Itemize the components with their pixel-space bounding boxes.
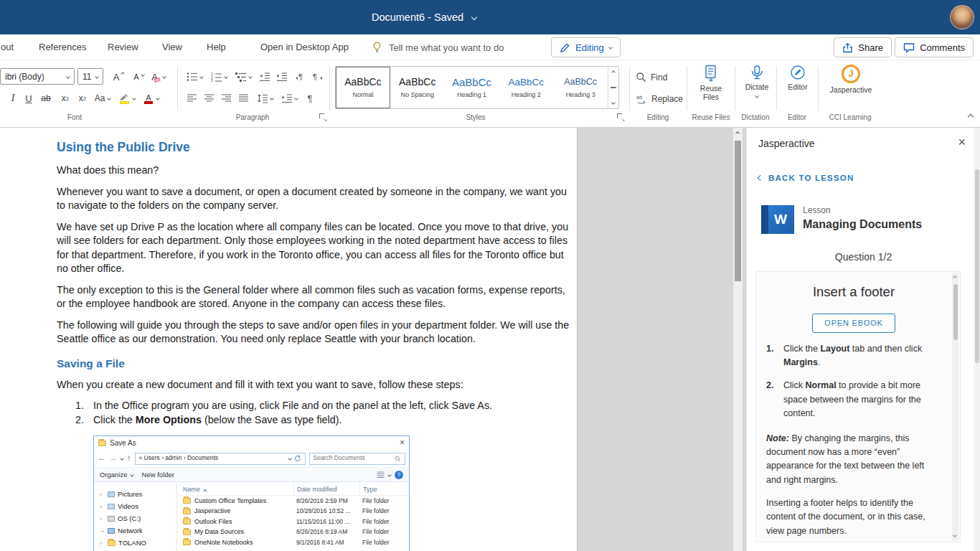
panel-scrollbar[interactable] (974, 128, 980, 551)
superscript-button[interactable]: x2 (75, 90, 90, 107)
back-to-lesson-link[interactable]: BACK TO LESSON (758, 174, 854, 182)
card-scrollbar[interactable] (952, 273, 958, 540)
tree-item: ›OS (C:) (94, 512, 176, 524)
clear-formatting-button[interactable]: A (148, 68, 169, 85)
underline-button[interactable]: U (22, 90, 36, 107)
file-list: Name Date modified Type Custom Office Te… (177, 482, 409, 551)
editing-mode-dropdown[interactable]: Editing (551, 37, 621, 57)
font-name-combo[interactable]: ibri (Body) (0, 68, 75, 85)
breadcrumb: « Users › admin › Documents (135, 453, 306, 465)
scrollbar-thumb[interactable] (735, 141, 741, 281)
open-in-desktop-app[interactable]: Open in Desktop App (260, 37, 349, 57)
style-preview: AaBbCc (399, 77, 435, 88)
group-separator (735, 66, 735, 110)
document-scrollbar[interactable] (733, 128, 743, 551)
style-no-spacing[interactable]: AaBbCc No Spacing (390, 67, 445, 108)
tell-me-search[interactable]: Tell me what you want to do (372, 37, 504, 57)
align-right-button[interactable] (218, 90, 234, 107)
justify-icon (238, 93, 249, 103)
reuse-files-icon (703, 65, 719, 82)
align-center-button[interactable] (201, 90, 217, 107)
editor-button[interactable]: Editor (779, 65, 816, 92)
rtl-text-direction-button[interactable]: ¶ (310, 68, 326, 85)
bullet-list-button[interactable] (184, 68, 205, 85)
tab-layout-truncated[interactable]: out (1, 37, 14, 57)
show-paragraph-marks-button[interactable]: ¶ (303, 90, 317, 107)
font-color-button[interactable]: A (141, 90, 162, 107)
decrease-indent-button[interactable] (257, 68, 273, 85)
share-button[interactable]: Share (834, 37, 892, 57)
doc-paragraph: The following will guide you through the… (57, 319, 573, 347)
align-right-icon (221, 93, 232, 103)
document-title[interactable]: Document6 - Saved (0, 0, 914, 34)
search-box: Search Documents (309, 453, 406, 465)
grow-font-button[interactable]: A (108, 68, 125, 85)
folder-icon (183, 540, 191, 545)
folder-icon (183, 529, 191, 535)
special-indent-button[interactable] (278, 90, 300, 107)
styles-dialog-launcher-icon[interactable] (617, 113, 625, 121)
tab-references[interactable]: References (39, 37, 86, 57)
paragraph-dialog-launcher-icon[interactable] (319, 113, 327, 121)
style-preview: AaBbCc (452, 77, 491, 88)
tab-help[interactable]: Help (207, 37, 226, 57)
collapse-ribbon-icon[interactable] (968, 114, 974, 120)
scrollbar-thumb[interactable] (953, 284, 958, 340)
scrollbar-thumb[interactable] (975, 169, 979, 363)
multilevel-list-button[interactable] (232, 68, 254, 85)
reuse-files-button[interactable]: Reuse Files (690, 65, 732, 101)
back-icon: ← (98, 451, 105, 466)
subscript-button[interactable]: x2 (57, 90, 73, 107)
note-paragraph: Note: By changing the margins, this docu… (766, 432, 941, 488)
caret-down-icon (141, 72, 145, 77)
numbered-list-button[interactable]: 123 (208, 68, 230, 85)
close-icon[interactable]: × (958, 135, 966, 150)
style-preview: AaBbCc (564, 77, 597, 88)
dictate-label: Dictate (745, 83, 769, 92)
font-size-combo[interactable]: 11 (77, 68, 103, 85)
align-left-button[interactable] (184, 90, 199, 107)
style-heading-3[interactable]: AaBbCc Heading 3 (553, 67, 608, 108)
font-color-icon: A (143, 93, 154, 104)
dictate-button[interactable]: Dictate (738, 65, 776, 98)
text-highlight-button[interactable] (116, 90, 138, 107)
list-number: 1. (75, 399, 93, 413)
list-text: Click the More Options (below the Save a… (93, 413, 341, 428)
styles-gallery: AaBbCc Normal AaBbCc No Spacing AaBbCc H… (335, 66, 619, 109)
increase-indent-button[interactable] (274, 68, 290, 85)
italic-button[interactable]: I (6, 90, 20, 107)
tab-review[interactable]: Review (108, 37, 138, 57)
doc-paragraph: The only exception to this is the Genera… (57, 283, 573, 311)
chevron-left-icon (758, 175, 763, 181)
style-heading-1[interactable]: AaBbCc Heading 1 (445, 67, 499, 108)
style-heading-2[interactable]: AaBbCc Heading 2 (499, 67, 553, 108)
chevron-down-icon (156, 96, 160, 100)
tab-view[interactable]: View (162, 37, 182, 57)
comments-button[interactable]: Comments (895, 37, 974, 57)
new-folder-button: New folder (142, 468, 174, 482)
find-button[interactable]: Find (636, 72, 667, 83)
style-normal[interactable]: AaBbCc Normal (336, 67, 390, 108)
editor-pen-icon (790, 65, 806, 80)
dialog-address-bar: ← → ↑ « Users › admin › Documents Search… (94, 450, 409, 467)
jasperactive-button[interactable]: J Jasperactive (821, 65, 881, 95)
scroll-up-icon (735, 131, 740, 136)
document-page[interactable]: Using the Public Drive What does this me… (0, 128, 578, 551)
ltr-text-direction-button[interactable]: ¶ (293, 68, 308, 85)
replace-button[interactable]: ab Replace (636, 93, 683, 105)
strikethrough-button[interactable]: ab (37, 90, 55, 107)
user-avatar[interactable] (950, 5, 974, 29)
line-spacing-button[interactable] (254, 90, 275, 107)
jasperactive-panel: Jasperactive × BACK TO LESSON W Lesson M… (746, 128, 980, 551)
scroll-up-icon (953, 276, 957, 280)
style-name: Heading 2 (512, 91, 541, 98)
shrink-font-button[interactable]: A (128, 68, 145, 85)
microphone-icon (749, 65, 765, 80)
open-ebook-button[interactable]: OPEN EBOOK (812, 314, 895, 333)
justify-button[interactable] (235, 90, 251, 107)
styles-gallery-scroll[interactable] (608, 67, 618, 108)
svg-text:¶: ¶ (298, 72, 303, 81)
dialog-command-bar: Organize New folder ? (94, 467, 409, 482)
chevron-down-icon (162, 75, 166, 79)
change-case-button[interactable]: Aa (92, 90, 113, 107)
